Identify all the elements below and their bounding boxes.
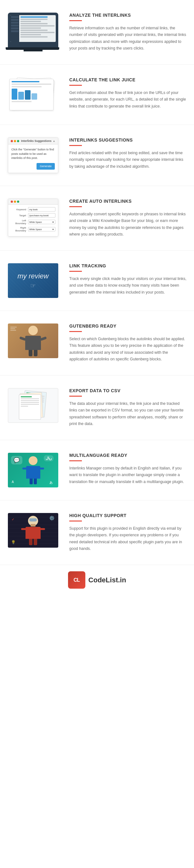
keyword-input[interactable]: my book (28, 207, 56, 212)
dot-green (17, 140, 19, 142)
calculate-content: CALCULATE THE LINK JUICE Get information… (66, 77, 188, 110)
dot-yellow (14, 140, 16, 142)
suggestions-widget: Interlinks Suggestions ▲ Click the "Gene… (8, 137, 58, 173)
calculate-image (6, 77, 60, 112)
multilanguage-description: Interlinks Manager comes by default in E… (69, 465, 188, 485)
dot-red (11, 140, 13, 142)
multilanguage-divider (69, 460, 82, 461)
form-titlebar (8, 199, 58, 205)
support-divider (69, 521, 82, 522)
form-dot-yellow (14, 200, 16, 203)
feature-auto-interlinks: Keyword my book Target /purchase-my-book… (0, 186, 194, 251)
feature-tracking: my review ☞ LINK TRACKING Track every si… (0, 251, 194, 311)
form-mockup: Keyword my book Target /purchase-my-book… (8, 198, 58, 237)
multilanguage-title: MULTILANGUAGE READY (69, 453, 188, 458)
paper-main (9, 79, 54, 110)
export-divider (69, 396, 82, 397)
laptop-mockup (8, 12, 58, 47)
feature-gutenberg: GUTENBERG READY Select on which Gutenber… (0, 311, 194, 375)
widget-titlebar: Interlinks Suggestions ▲ (8, 138, 58, 145)
suggestions-title: INTERLINKS SUGGESTIONS (69, 137, 188, 143)
form-body: Keyword my book Target /purchase-my-book… (8, 205, 58, 236)
calculate-divider (69, 85, 82, 86)
gutenberg-divider (69, 331, 82, 332)
keyword-label: Keyword (11, 208, 28, 211)
multilanguage-content: MULTILANGUAGE READY Interlinks Manager c… (66, 453, 188, 485)
export-title: EXPORT DATA TO CSV (69, 388, 188, 393)
auto-interlinks-image: Keyword my book Target /purchase-my-book… (6, 198, 60, 237)
analyze-description: Retrieve information such as the number … (69, 25, 188, 52)
auto-interlinks-description: Automatically convert specific keywords … (69, 211, 188, 238)
csv-card (8, 388, 58, 423)
form-dot-green (17, 200, 19, 203)
feature-multilanguage: 💬 ریال A (0, 440, 194, 500)
gutenberg-title: GUTENBERG READY (69, 323, 188, 329)
auto-interlinks-content: CREATE AUTO INTERLINKS Automatically con… (66, 198, 188, 238)
export-image (6, 388, 60, 423)
suggestions-divider (69, 145, 82, 146)
support-content: HIGH QUALITY SUPPORT Support for this pl… (66, 513, 188, 552)
widget-body-text: Click the "Generate" button to find post… (11, 148, 54, 159)
footer: CL CodeList.in (0, 565, 194, 595)
form-dots (11, 200, 19, 203)
support-title: HIGH QUALITY SUPPORT (69, 513, 188, 518)
tracking-description: Track every single click made by your vi… (69, 276, 188, 296)
widget-dots (11, 140, 19, 142)
multilanguage-image: 💬 ریال A (6, 453, 60, 488)
analyze-image (6, 12, 60, 52)
csv-papers (17, 391, 49, 420)
calculate-description: Get information about the flow of link j… (69, 90, 188, 110)
support-card: ⚙️ 💡 ✓ (8, 513, 58, 548)
feature-calculate: CALCULATE THE LINK JUICE Get information… (0, 65, 194, 125)
gutenberg-image (6, 323, 60, 358)
feature-analyze: ANALYZE THE INTERLINKS Retrieve informat… (0, 0, 194, 65)
suggestions-image: Interlinks Suggestions ▲ Click the "Gene… (6, 137, 60, 173)
export-description: The data about your internal links, the … (69, 400, 188, 427)
feature-support: ⚙️ 💡 ✓ HIGH QUALITY SUPPORT Support for … (0, 500, 194, 565)
analyze-content: ANALYZE THE INTERLINKS Retrieve informat… (66, 12, 188, 52)
gutenberg-content: GUTENBERG READY Select on which Gutenber… (66, 323, 188, 363)
feature-suggestions: Interlinks Suggestions ▲ Click the "Gene… (0, 125, 194, 186)
analyze-title: ANALYZE THE INTERLINKS (69, 12, 188, 18)
multi-card: 💬 ریال A (8, 453, 58, 488)
export-content: EXPORT DATA TO CSV The data about your i… (66, 388, 188, 427)
form-row-left-boundary: Left Boundary White Space ▼ (11, 219, 56, 225)
support-description: Support for this plugin is provided in E… (69, 525, 188, 552)
feature-export: EXPORT DATA TO CSV The data about your i… (0, 375, 194, 440)
form-row-right-boundary: Right Boundary White Space ▼ (11, 226, 56, 232)
form-row-target: Target /purchase-my-book/ (11, 213, 56, 218)
tracking-divider (69, 271, 82, 272)
support-image: ⚙️ 💡 ✓ (6, 513, 60, 548)
papers-mockup (9, 77, 57, 112)
tracking-content: LINK TRACKING Track every single click m… (66, 263, 188, 296)
target-label: Target (11, 214, 28, 217)
right-boundary-select[interactable]: White Space ▼ (28, 227, 56, 231)
form-row-keyword: Keyword my book (11, 207, 56, 212)
logo-text: CodeList.in (89, 576, 126, 584)
suggestions-description: Find articles related with the post bein… (69, 150, 188, 170)
tracking-card: my review ☞ (8, 263, 58, 298)
generate-button[interactable]: Generate (36, 163, 55, 170)
csv-paper-main (19, 395, 41, 420)
left-boundary-label: Left Boundary (11, 219, 28, 225)
analyze-divider (69, 20, 82, 21)
widget-title: Interlinks Suggestions (21, 140, 52, 143)
tracking-title: LINK TRACKING (69, 263, 188, 268)
auto-interlinks-divider (69, 206, 82, 207)
right-boundary-label: Right Boundary (11, 226, 28, 232)
tracking-image: my review ☞ (6, 263, 60, 298)
form-dot-red (11, 200, 13, 203)
left-boundary-select[interactable]: White Space ▼ (28, 220, 56, 224)
suggestions-content: INTERLINKS SUGGESTIONS Find articles rel… (66, 137, 188, 170)
calculate-title: CALCULATE THE LINK JUICE (69, 77, 188, 82)
target-input[interactable]: /purchase-my-book/ (28, 213, 56, 218)
logo-icon: CL (68, 571, 85, 589)
auto-interlinks-title: CREATE AUTO INTERLINKS (69, 198, 188, 204)
gutenberg-description: Select on which Gutenberg blocks the aut… (69, 336, 188, 363)
gutenberg-card (8, 323, 58, 358)
widget-body: Click the "Generate" button to find post… (8, 145, 58, 173)
